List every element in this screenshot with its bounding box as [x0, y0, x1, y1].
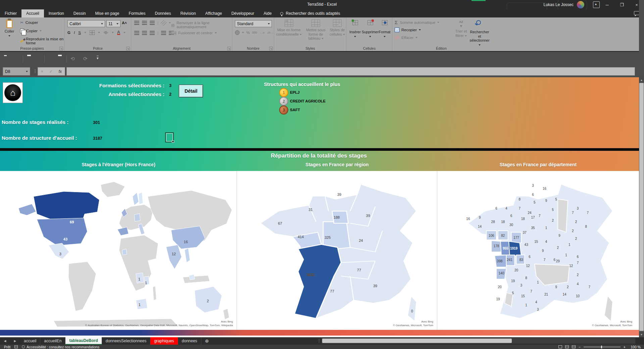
fill-button[interactable]: ↓ Recopier	[395, 28, 421, 32]
alignment-dialog-launcher[interactable]: ↘	[227, 47, 231, 50]
sheet-tab-accueil[interactable]: accueil	[20, 337, 40, 345]
detail-button[interactable]: Détail	[179, 85, 203, 97]
formula-input[interactable]	[66, 67, 635, 76]
font-size-select[interactable]: 11	[106, 20, 120, 27]
sheet-tab-donnees[interactable]: donnees	[178, 337, 201, 345]
delete-button[interactable]: Supprimer	[361, 19, 379, 38]
ribbon-tab-développeur[interactable]: Développeur	[227, 9, 259, 17]
page-layout-view-button[interactable]	[565, 345, 569, 348]
selected-cell-d8[interactable]	[165, 132, 174, 142]
ribbon-tab-affichage[interactable]: Affichage	[201, 9, 227, 17]
minimize-button[interactable]: ─	[600, 0, 614, 9]
cut-button[interactable]: ✂ Couper	[20, 20, 38, 25]
ribbon-tab-accueil[interactable]: Accueil	[21, 9, 44, 17]
ribbon-tab-révision[interactable]: Révision	[176, 9, 201, 17]
font-color-icon[interactable]: A	[117, 30, 120, 35]
ribbon-tab-mise-en-page[interactable]: Mise en page	[90, 9, 124, 17]
vertical-scrollbar[interactable]: ▲ ▼	[639, 77, 644, 337]
search-tools[interactable]: Rechercher des outils adaptés	[276, 9, 344, 17]
underline-button[interactable]: S	[78, 31, 81, 35]
align-top-icon[interactable]	[134, 21, 139, 25]
align-bottom-icon[interactable]	[150, 21, 155, 25]
departments-map-chart[interactable]: 3166859564724537716928186181772281430351…	[437, 171, 639, 330]
scroll-down-button[interactable]: ▼	[639, 332, 644, 337]
format-as-table-button[interactable]: Mettre sous forme de tableau	[303, 19, 329, 41]
fill-color-icon[interactable]	[103, 31, 108, 35]
align-left-icon[interactable]	[134, 31, 139, 35]
customize-qat-button[interactable]: ▾	[97, 56, 99, 60]
grow-font-button[interactable]: A˄	[122, 21, 127, 25]
insert-function-icon[interactable]: fx	[59, 69, 62, 74]
currency-icon[interactable]	[235, 30, 240, 35]
decrease-indent-icon[interactable]	[161, 31, 166, 35]
sheet-tab-accueilEn[interactable]: accueilEn	[40, 337, 65, 345]
format-button[interactable]: Format	[378, 19, 392, 38]
zoom-out-button[interactable]: −	[579, 345, 581, 349]
copy-button[interactable]: Copier	[20, 29, 42, 33]
ribbon-tab-données[interactable]: Données	[150, 9, 176, 17]
ribbon-tab-fichier[interactable]: Fichier	[0, 9, 21, 17]
undo-button[interactable]: ⟲	[70, 56, 75, 62]
comments-icon[interactable]	[634, 11, 639, 15]
decrease-decimal-icon[interactable]: ,00→	[267, 31, 273, 34]
insert-button[interactable]: Insérer	[347, 19, 363, 38]
ribbon-tab-insertion[interactable]: Insertion	[44, 9, 69, 17]
name-box[interactable]: D8	[3, 67, 30, 76]
ribbon-tab-formules[interactable]: Formules	[124, 9, 150, 17]
ribbon-tab-aide[interactable]: Aide	[259, 9, 276, 17]
wrap-text-button[interactable]: ab Renvoyer à la ligne automatiquement	[171, 21, 232, 29]
sheet-tab-donneesSelectionnees[interactable]: donneesSelectionnees	[102, 337, 150, 345]
zoom-in-button[interactable]: +	[624, 345, 626, 349]
horizontal-scrollbar[interactable]	[321, 338, 635, 344]
orientation-icon[interactable]	[160, 19, 167, 26]
avatar[interactable]	[577, 1, 584, 8]
page-break-view-button[interactable]	[572, 345, 576, 348]
macro-record-button[interactable]	[14, 345, 18, 348]
sheet-nav-right[interactable]: ▶	[10, 337, 20, 345]
font-name-select[interactable]: Calibri	[67, 20, 105, 27]
sheet-tab-graphiques[interactable]: graphiques	[150, 337, 178, 345]
paste-button[interactable]: Coller	[1, 19, 18, 38]
sheet-tab-tableauDeBord[interactable]: tableauDeBord	[65, 337, 102, 345]
new-sheet-button[interactable]: ⊕	[201, 337, 213, 345]
user-name[interactable]: Lukas Le Jossec	[544, 2, 574, 7]
accessibility-status[interactable]: Accessibilité : consultez nos recommanda…	[22, 345, 99, 349]
regions-map-chart[interactable]: 393118839674143252438327777390 Avec Bing…	[237, 171, 437, 330]
ribbon-tab-dessin[interactable]: Dessin	[69, 9, 91, 17]
restore-button[interactable]: ❐	[614, 0, 629, 9]
hscroll-splitter[interactable]: ⋮	[317, 338, 321, 343]
enter-icon[interactable]: ✓	[49, 69, 53, 74]
align-right-icon[interactable]	[150, 31, 155, 35]
conditional-formatting-button[interactable]: Mise en forme conditionnelle	[276, 19, 302, 36]
ribbon-display-options-icon[interactable]: ▲	[593, 1, 600, 8]
find-select-button[interactable]: Rechercher et sélectionner	[469, 19, 490, 47]
cancel-icon[interactable]: ×	[41, 69, 43, 74]
vertical-scrollbar-thumb[interactable]	[639, 83, 644, 331]
horizontal-scrollbar-thumb[interactable]	[322, 339, 512, 343]
bold-button[interactable]: G	[67, 31, 70, 35]
number-dialog-launcher[interactable]: ↘	[269, 47, 273, 50]
autosum-button[interactable]: Σ Somme automatique	[395, 19, 439, 25]
redo-button[interactable]: ⟳	[83, 56, 88, 62]
percent-icon[interactable]: %	[246, 31, 250, 35]
align-center-icon[interactable]	[142, 31, 147, 35]
sort-filter-button[interactable]: AZ▼ Trier et filtrer	[452, 19, 470, 38]
borders-icon[interactable]	[90, 31, 95, 35]
clipboard-dialog-launcher[interactable]: ↘	[59, 47, 63, 50]
merge-center-button[interactable]: Fusionner et centrer	[171, 31, 217, 35]
format-painter-button[interactable]: Reproduire la mise en forme	[20, 37, 64, 45]
font-dialog-launcher[interactable]: ↘	[126, 47, 130, 50]
cell-styles-button[interactable]: Styles de cellules	[328, 19, 346, 36]
align-middle-icon[interactable]	[142, 21, 147, 25]
normal-view-button[interactable]	[558, 345, 562, 348]
number-format-select[interactable]: Standard	[235, 20, 272, 27]
scroll-up-button[interactable]: ▲	[639, 77, 644, 83]
sheet-nav-left[interactable]: ◀	[0, 337, 10, 345]
italic-button[interactable]: I	[74, 31, 75, 35]
world-map-chart[interactable]: 6943316121112 Avec Bing © Australian Bur…	[0, 171, 237, 330]
namebox-splitter[interactable]: ⋮	[33, 69, 37, 74]
thousands-icon[interactable]: 000	[252, 31, 257, 34]
clear-button[interactable]: Effacer	[395, 36, 417, 40]
increase-decimal-icon[interactable]: ←,0	[259, 31, 264, 34]
home-button[interactable]: ⌂	[3, 82, 23, 103]
